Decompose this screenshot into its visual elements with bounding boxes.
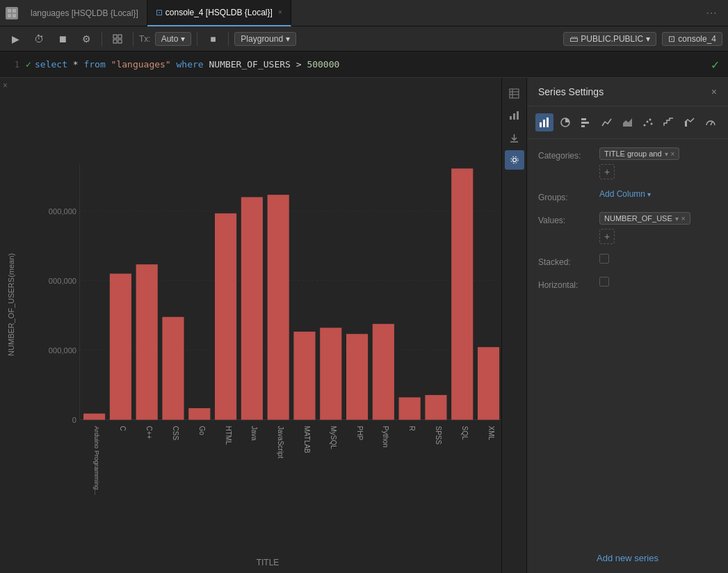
- playground-dropdown[interactable]: Playground ▾: [234, 32, 296, 46]
- series-settings-header: Series Settings ×: [527, 78, 728, 106]
- bar-chart-type-button[interactable]: [535, 113, 553, 131]
- stop-square-button[interactable]: ■: [203, 31, 223, 47]
- area-chart-type-button[interactable]: [619, 113, 637, 131]
- categories-tag-remove-button[interactable]: ×: [671, 150, 675, 158]
- svg-rect-26: [293, 332, 315, 420]
- tab-console4[interactable]: ⊡ console_4 [HSQLDB {Local}] ×: [147, 0, 291, 26]
- settings-button[interactable]: ⚙: [76, 31, 96, 47]
- tx-dropdown[interactable]: Auto ▾: [155, 32, 192, 46]
- svg-text:SPSS: SPSS: [435, 426, 442, 445]
- console-label: console_4: [678, 34, 716, 44]
- svg-rect-54: [581, 118, 586, 120]
- line-chart-type-button[interactable]: [598, 113, 616, 131]
- horizontal-checkbox-wrapper: [599, 277, 609, 286]
- svg-rect-30: [399, 397, 421, 419]
- categories-tag-chevron-icon[interactable]: ▾: [665, 150, 668, 158]
- console-icon: ⊡: [156, 8, 163, 17]
- svg-rect-28: [346, 334, 368, 419]
- stacked-checkbox-wrapper: [599, 254, 609, 264]
- categories-tag-row: TITLE group and ▾ ×: [599, 147, 717, 160]
- svg-rect-33: [478, 347, 499, 419]
- step-chart-type-button[interactable]: [660, 113, 678, 131]
- run-button[interactable]: ▶: [6, 31, 25, 47]
- svg-rect-0: [8, 9, 11, 13]
- timer-button[interactable]: ⏱: [29, 31, 49, 47]
- app-icon: [6, 7, 18, 19]
- horizontal-label: Horizontal:: [538, 277, 594, 290]
- svg-rect-70: [517, 111, 519, 120]
- add-column-label: Add Column: [599, 189, 645, 199]
- stop-button[interactable]: ⏹: [53, 31, 72, 47]
- svg-text:4,000,000: 4,000,000: [49, 277, 76, 285]
- settings-body: Categories: TITLE group and ▾ × +: [527, 139, 728, 298]
- svg-point-58: [644, 124, 646, 127]
- svg-rect-27: [320, 328, 341, 419]
- svg-point-59: [647, 121, 649, 123]
- stacked-label: Stacked:: [538, 254, 594, 267]
- categories-tag[interactable]: TITLE group and ▾ ×: [599, 147, 679, 160]
- svg-rect-24: [241, 197, 263, 419]
- values-tag[interactable]: NUMBER_OF_USE ▾ ×: [599, 212, 690, 225]
- chart-container: × NUMBER_OF_USERS(mean) 0 2,000,000 4,00…: [0, 78, 728, 573]
- groups-row: Groups: Add Column ▾: [538, 189, 717, 202]
- sql-code[interactable]: select * from "languages" where NUMBER_O…: [35, 59, 339, 70]
- svg-text:C++: C++: [145, 426, 153, 439]
- more-options-button[interactable]: ⋯: [700, 6, 722, 19]
- confirm-button[interactable]: ✓: [711, 58, 720, 71]
- tab-label-languages: languages [HSQLDB {Local}]: [31, 8, 138, 18]
- values-tag-remove-button[interactable]: ×: [681, 215, 686, 223]
- svg-rect-32: [451, 168, 473, 419]
- categories-add-button[interactable]: +: [599, 164, 615, 179]
- stacked-checkbox[interactable]: [599, 254, 609, 264]
- add-column-button[interactable]: Add Column ▾: [599, 189, 717, 199]
- svg-rect-6: [113, 40, 117, 43]
- hbar-chart-type-button[interactable]: [577, 113, 595, 131]
- tab-languages[interactable]: languages [HSQLDB {Local}]: [22, 0, 147, 26]
- svg-text:XML: XML: [487, 426, 495, 441]
- svg-text:R: R: [408, 426, 416, 431]
- sql-editor: 1 ✓ select * from "languages" where NUMB…: [0, 51, 728, 78]
- svg-point-73: [512, 159, 516, 162]
- chart-close-button[interactable]: ×: [3, 81, 8, 90]
- horizontal-row: Horizontal:: [538, 277, 717, 290]
- download-button[interactable]: [505, 128, 524, 147]
- scatter-chart-type-button[interactable]: [639, 113, 657, 131]
- schema-chevron-icon: ▾: [646, 34, 650, 44]
- toolbar: ▶ ⏱ ⏹ ⚙ Tx: Auto ▾ ■ Playground ▾ 🗃 PUBL…: [0, 26, 728, 51]
- chart-type-row: [527, 106, 728, 139]
- svg-rect-56: [581, 125, 585, 127]
- values-tag-row: NUMBER_OF_USE ▾ ×: [599, 212, 717, 225]
- categories-content: TITLE group and ▾ × +: [599, 147, 717, 179]
- svg-text:PHP: PHP: [356, 426, 364, 441]
- series-settings-panel: Series Settings ×: [526, 78, 728, 573]
- line-check-icon: ✓: [25, 60, 32, 70]
- svg-text:C: C: [119, 426, 127, 431]
- horizontal-checkbox[interactable]: [599, 277, 609, 286]
- gauge-chart-type-button[interactable]: [702, 113, 720, 131]
- pie-chart-type-button[interactable]: [556, 113, 574, 131]
- console-db-icon: ⊡: [668, 34, 675, 44]
- table-view-button[interactable]: [505, 83, 524, 103]
- grid-button[interactable]: [108, 31, 127, 47]
- console-dropdown[interactable]: ⊡ console_4: [662, 32, 722, 46]
- groups-label: Groups:: [538, 189, 594, 202]
- series-settings-close-button[interactable]: ×: [711, 86, 717, 97]
- svg-point-60: [649, 119, 652, 121]
- dual-chart-type-button[interactable]: [681, 113, 699, 131]
- svg-text:MySQL: MySQL: [330, 426, 337, 450]
- chart-view-button[interactable]: [505, 106, 524, 125]
- svg-rect-68: [510, 116, 512, 120]
- values-add-button[interactable]: +: [599, 229, 615, 244]
- playground-chevron-icon: ▾: [286, 34, 290, 44]
- svg-rect-1: [13, 9, 16, 13]
- tab-close-console4[interactable]: ×: [278, 8, 282, 16]
- svg-text:Python: Python: [382, 426, 389, 448]
- title-bar: languages [HSQLDB {Local}] ⊡ console_4 […: [0, 0, 728, 26]
- series-settings-icon-button[interactable]: [505, 150, 524, 170]
- svg-text:Java: Java: [250, 426, 258, 442]
- divider-1: [102, 32, 102, 46]
- schema-dropdown[interactable]: 🗃 PUBLIC.PUBLIC ▾: [563, 32, 656, 46]
- svg-point-61: [651, 123, 653, 125]
- add-new-series-button[interactable]: Add new series: [597, 553, 658, 563]
- values-tag-chevron-icon[interactable]: ▾: [675, 215, 679, 223]
